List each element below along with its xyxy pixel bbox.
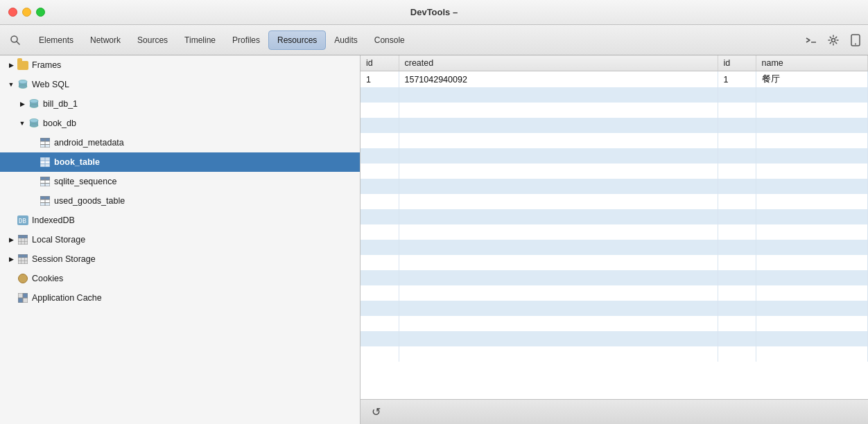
refresh-button[interactable]: ↺ bbox=[367, 404, 384, 421]
tab-console[interactable]: Console bbox=[366, 30, 413, 50]
tab-sources[interactable]: Sources bbox=[129, 30, 176, 50]
book-db-label: book_db bbox=[43, 118, 76, 128]
sidebar-item-cookies[interactable]: ▶ Cookies bbox=[0, 269, 360, 288]
svg-rect-35 bbox=[41, 181, 45, 184]
table-cell-empty bbox=[718, 270, 756, 285]
table-cell-empty bbox=[756, 240, 868, 255]
table-cell-empty bbox=[718, 194, 756, 209]
table-cell-empty bbox=[756, 285, 868, 301]
fullscreen-button[interactable] bbox=[36, 8, 45, 17]
column-header-id1: id bbox=[361, 55, 399, 71]
svg-rect-54 bbox=[25, 238, 28, 241]
sidebar-item-book-db[interactable]: ▼ book_db bbox=[0, 114, 360, 133]
svg-rect-22 bbox=[46, 142, 50, 145]
svg-rect-56 bbox=[21, 242, 24, 245]
sidebar-item-book-table[interactable]: ▶ book_table bbox=[0, 152, 360, 172]
table-cell-empty bbox=[756, 133, 868, 148]
settings-icon-button[interactable] bbox=[824, 30, 843, 50]
close-button[interactable] bbox=[8, 8, 17, 17]
svg-rect-34 bbox=[46, 177, 50, 180]
table-cell-empty bbox=[756, 118, 868, 133]
tab-resources[interactable]: Resources bbox=[268, 30, 326, 50]
tab-elements[interactable]: Elements bbox=[31, 30, 82, 50]
data-table-wrapper[interactable]: id created id name 115710429400921餐厅 bbox=[361, 55, 868, 399]
column-header-created: created bbox=[399, 55, 718, 71]
sidebar-item-indexeddb[interactable]: ▶ DB IndexedDB bbox=[0, 211, 360, 230]
sidebar-item-websql[interactable]: ▼ Web SQL bbox=[0, 75, 360, 94]
svg-point-16 bbox=[30, 124, 38, 127]
session-storage-icon bbox=[17, 253, 29, 265]
svg-rect-30 bbox=[41, 164, 45, 167]
table-cell-empty bbox=[399, 224, 718, 240]
table-cell-empty bbox=[718, 148, 756, 164]
table-row-empty bbox=[361, 270, 868, 285]
tab-network[interactable]: Network bbox=[82, 30, 129, 50]
sidebar-item-local-storage[interactable]: ▶ Local Storage bbox=[0, 230, 360, 249]
svg-rect-63 bbox=[21, 258, 24, 260]
session-storage-arrow: ▶ bbox=[6, 256, 17, 263]
frames-folder-icon bbox=[17, 59, 29, 71]
table-cell-empty bbox=[718, 224, 756, 240]
table-cell-empty bbox=[756, 209, 868, 224]
table-cell-empty bbox=[756, 103, 868, 118]
table-cell-empty bbox=[756, 316, 868, 331]
tab-profiles[interactable]: Profiles bbox=[224, 30, 268, 50]
console-icon-button[interactable] bbox=[801, 30, 821, 50]
sidebar-item-app-cache[interactable]: ▶ Application Cache bbox=[0, 288, 360, 308]
search-button[interactable] bbox=[3, 30, 28, 50]
websql-arrow: ▼ bbox=[6, 81, 17, 88]
sidebar-item-sqlite-sequence[interactable]: ▶ sqlite_sequence bbox=[0, 172, 360, 191]
svg-rect-57 bbox=[25, 242, 28, 245]
svg-rect-24 bbox=[46, 145, 50, 148]
session-storage-label: Session Storage bbox=[32, 254, 96, 264]
table-cell-empty bbox=[361, 316, 399, 331]
toolbar-right bbox=[801, 30, 865, 50]
table-cell-empty bbox=[361, 118, 399, 133]
minimize-button[interactable] bbox=[22, 8, 31, 17]
table-cell-id1: 1 bbox=[361, 71, 399, 88]
table-cell-empty bbox=[756, 164, 868, 179]
table-cell-empty bbox=[361, 103, 399, 118]
svg-point-17 bbox=[30, 119, 38, 123]
table-row[interactable]: 115710429400921餐厅 bbox=[361, 71, 868, 88]
table-row-empty bbox=[361, 164, 868, 179]
svg-text:DB: DB bbox=[19, 218, 26, 224]
table-cell-empty bbox=[361, 164, 399, 179]
device-icon-button[interactable] bbox=[846, 30, 865, 50]
svg-rect-61 bbox=[25, 255, 28, 258]
sidebar-item-android-metadata[interactable]: ▶ android_metadata bbox=[0, 133, 360, 152]
table-row-empty bbox=[361, 179, 868, 194]
table-cell-empty bbox=[399, 209, 718, 224]
sidebar-item-used-goods-table[interactable]: ▶ used_goods_table bbox=[0, 191, 360, 211]
svg-rect-23 bbox=[41, 145, 45, 148]
table-row-empty bbox=[361, 331, 868, 346]
table-cell-empty bbox=[756, 331, 868, 346]
table-cell-empty bbox=[399, 118, 718, 133]
table-row-empty bbox=[361, 316, 868, 331]
table-row-empty bbox=[361, 118, 868, 133]
indexeddb-label: IndexedDB bbox=[32, 215, 75, 225]
table-cell-empty bbox=[718, 118, 756, 133]
table-cell-empty bbox=[718, 164, 756, 179]
svg-line-1 bbox=[17, 42, 19, 44]
table-cell-empty bbox=[361, 331, 399, 346]
table-row-empty bbox=[361, 87, 868, 103]
sidebar-item-session-storage[interactable]: ▶ Session Storage bbox=[0, 249, 360, 269]
app-cache-label: Application Cache bbox=[32, 293, 102, 303]
svg-rect-28 bbox=[41, 161, 45, 164]
tab-timeline[interactable]: Timeline bbox=[176, 30, 224, 50]
svg-rect-44 bbox=[41, 203, 45, 206]
table-cell-empty bbox=[399, 179, 718, 194]
table-cell-empty bbox=[718, 103, 756, 118]
tab-audits[interactable]: Audits bbox=[326, 30, 365, 50]
svg-rect-55 bbox=[19, 242, 21, 245]
table-cell-empty bbox=[361, 285, 399, 301]
svg-rect-42 bbox=[41, 200, 45, 203]
table-cell-empty bbox=[361, 255, 399, 270]
frames-arrow: ▶ bbox=[6, 62, 17, 69]
table-cell-empty bbox=[399, 331, 718, 346]
book-db-icon bbox=[28, 117, 40, 130]
sidebar-item-bill-db[interactable]: ▶ bill_db_1 bbox=[0, 94, 360, 114]
content-panel: id created id name 115710429400921餐厅 bbox=[361, 55, 868, 424]
sidebar-item-frames[interactable]: ▶ Frames bbox=[0, 55, 360, 75]
